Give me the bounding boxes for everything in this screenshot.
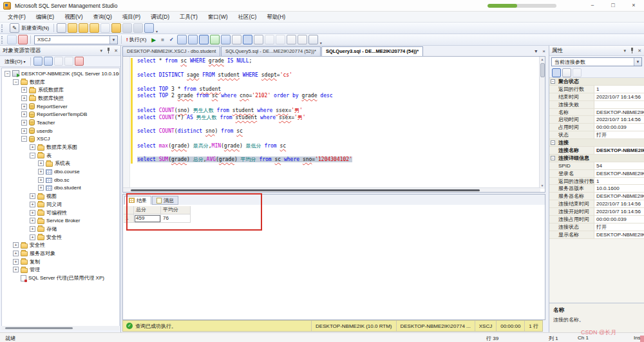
- collapse-icon[interactable]: −: [30, 153, 35, 158]
- tab-list-icon[interactable]: ▾: [535, 48, 537, 54]
- tree-node-userdb[interactable]: +userdb: [2, 127, 119, 135]
- property-row-启动时间[interactable]: 启动时间2022/10/7 16:14:56: [549, 116, 644, 124]
- change-connection-icon[interactable]: [18, 35, 28, 44]
- tree-node-系统数据库[interactable]: +系统数据库: [2, 86, 119, 94]
- tree-node-系统表[interactable]: +系统表: [2, 160, 119, 168]
- property-row-占用时间[interactable]: 占用时间00:00:00.039: [549, 124, 644, 131]
- tree-node-ReportServer[interactable]: +ReportServer: [2, 102, 119, 111]
- window-menu-icon[interactable]: ▾: [624, 48, 627, 53]
- expand-icon[interactable]: +: [13, 251, 19, 256]
- connect-dropdown[interactable]: 连接(O) ▾: [2, 56, 28, 66]
- code-line-12[interactable]: [137, 135, 537, 142]
- property-row-显示名称[interactable]: 显示名称DESKTOP-NBME2IK: [549, 231, 644, 239]
- document-tab-1[interactable]: DESKTOP-NBME2IK.XSCJ - dbo.student: [122, 46, 220, 56]
- code-line-3[interactable]: select DISTINCT sage FROM student WHERE …: [137, 72, 537, 79]
- tree-node-同义词[interactable]: +同义词: [2, 200, 119, 209]
- results-to-file-icon[interactable]: [254, 35, 263, 44]
- close-icon[interactable]: ✕: [114, 48, 118, 53]
- increase-indent-icon[interactable]: [298, 35, 307, 44]
- code-line-7[interactable]: [137, 100, 537, 107]
- expand-icon[interactable]: +: [38, 177, 44, 183]
- window-menu-icon[interactable]: ▾: [100, 48, 103, 53]
- code-line-5[interactable]: select TOP 3 * from student: [137, 86, 537, 93]
- properties-object-combo[interactable]: 当前连接参数 ▼: [551, 57, 642, 66]
- property-row-SPID[interactable]: SPID54: [549, 162, 644, 170]
- expand-icon[interactable]: +: [21, 128, 27, 134]
- expand-icon[interactable]: +: [21, 104, 27, 109]
- menu-item-6[interactable]: 工具(T): [175, 12, 203, 22]
- menu-item-3[interactable]: 查询(Q): [88, 12, 117, 22]
- expand-icon[interactable]: +: [30, 202, 35, 207]
- pin-icon[interactable]: [106, 48, 111, 53]
- property-row-连接占用时间[interactable]: 连接占用时间00:00:00.039: [549, 216, 644, 223]
- restore-database-icon[interactable]: [79, 23, 88, 33]
- code-line-6[interactable]: select TOP 2 grade from sc where cno='21…: [137, 93, 537, 100]
- tree-node-Service Broker[interactable]: +Service Broker: [2, 216, 119, 225]
- toolbar-grip[interactable]: [1, 36, 5, 44]
- results-tab[interactable]: 结果: [124, 196, 151, 205]
- tree-node-数据库关系图[interactable]: +数据库关系图: [2, 143, 119, 151]
- menu-item-0[interactable]: 文件(F): [3, 12, 31, 22]
- tree-node-dbo.sc[interactable]: +dbo.sc: [2, 176, 119, 184]
- activity-monitor-icon[interactable]: [144, 23, 154, 33]
- editor-vscrollbar[interactable]: ▲ ▼: [539, 57, 545, 189]
- code-line-10[interactable]: [137, 121, 537, 128]
- minimize-button[interactable]: −: [582, 0, 603, 12]
- sql-editor[interactable]: select * from sc WHERE grade IS NULL; se…: [122, 56, 545, 193]
- results-pane-toggle-icon[interactable]: [199, 35, 209, 44]
- object-explorer-hscrollbar[interactable]: [1, 326, 120, 330]
- tree-node-SQL Server 代理(已禁用代理 XP)[interactable]: SQL Server 代理(已禁用代理 XP): [2, 274, 119, 282]
- expand-icon[interactable]: +: [30, 234, 35, 240]
- expand-icon[interactable]: +: [38, 160, 44, 166]
- disconnect-icon[interactable]: [44, 57, 53, 66]
- tree-node-复制[interactable]: +复制: [2, 258, 119, 266]
- debug-button[interactable]: ▶: [149, 35, 158, 45]
- menu-item-9[interactable]: 帮助(H): [261, 12, 290, 22]
- tree-node-视图[interactable]: +视图: [2, 192, 119, 200]
- attach-database-icon[interactable]: [90, 23, 99, 33]
- document-tab-2[interactable]: SQLQuery5.sql - DE...ME2IK\20774 (52))*: [221, 46, 321, 56]
- row-header[interactable]: 1: [124, 214, 134, 223]
- expand-icon[interactable]: +: [21, 95, 27, 101]
- toolbar-grip[interactable]: [1, 24, 5, 32]
- estimated-plan-icon[interactable]: [177, 35, 187, 44]
- column-header-总分[interactable]: 总分: [134, 206, 161, 214]
- connect-object-icon[interactable]: [33, 57, 43, 66]
- expand-icon[interactable]: +: [38, 169, 44, 175]
- property-row-状态[interactable]: 状态打开: [549, 131, 644, 139]
- code-line-1[interactable]: select * from sc WHERE grade IS NULL;: [137, 58, 537, 65]
- tree-node-ReportServerTempDB[interactable]: +ReportServerTempDB: [2, 110, 119, 119]
- intellisense-icon[interactable]: [210, 35, 220, 44]
- categorized-icon[interactable]: [552, 68, 561, 77]
- tree-node-DESKTOP-NBME2IK (SQL Server 10.0.160[interactable]: −DESKTOP-NBME2IK (SQL Server 10.0.160: [2, 70, 119, 78]
- tree-node-可编程性[interactable]: +可编程性: [2, 209, 119, 217]
- pin-icon[interactable]: [630, 48, 634, 53]
- menu-item-2[interactable]: 视图(V): [59, 12, 88, 22]
- expand-icon[interactable]: +: [38, 185, 44, 191]
- tree-node-表[interactable]: −表: [2, 151, 119, 160]
- tree-node-数据库[interactable]: −数据库: [2, 78, 119, 86]
- results-to-text-icon[interactable]: [232, 35, 242, 44]
- expand-icon[interactable]: +: [30, 193, 35, 199]
- code-line-4[interactable]: [137, 79, 537, 86]
- open-database-icon[interactable]: [68, 23, 77, 33]
- collapse-icon[interactable]: −: [13, 79, 19, 85]
- editor-hscrollbar[interactable]: [123, 187, 540, 192]
- query-designer-icon[interactable]: [188, 35, 198, 44]
- expand-icon[interactable]: +: [13, 267, 19, 272]
- expand-icon[interactable]: +: [30, 144, 35, 150]
- powershell-icon[interactable]: [75, 57, 84, 66]
- tree-node-安全性[interactable]: +安全性: [2, 241, 119, 249]
- expand-icon[interactable]: +: [13, 242, 19, 248]
- property-section-聚合状态[interactable]: −聚合状态: [549, 78, 644, 86]
- property-row-服务器名称[interactable]: 服务器名称DESKTOP-NBME2IK: [549, 193, 644, 200]
- property-row-连接状态[interactable]: 连接状态打开: [549, 223, 644, 231]
- menu-item-5[interactable]: 调试(D): [146, 12, 175, 22]
- collapse-icon[interactable]: −: [551, 140, 555, 145]
- code-line-9[interactable]: select COUNT(*) AS 男生人数 from student whe…: [137, 114, 537, 121]
- tree-node-管理[interactable]: +管理: [2, 266, 119, 274]
- close-button[interactable]: ×: [623, 0, 644, 12]
- property-section-连接[interactable]: −连接: [549, 139, 644, 147]
- menu-item-4[interactable]: 项目(P): [117, 12, 146, 22]
- code-line-13[interactable]: select max(grade) 最高分,MIN(grade) 最低分 fro…: [137, 142, 537, 149]
